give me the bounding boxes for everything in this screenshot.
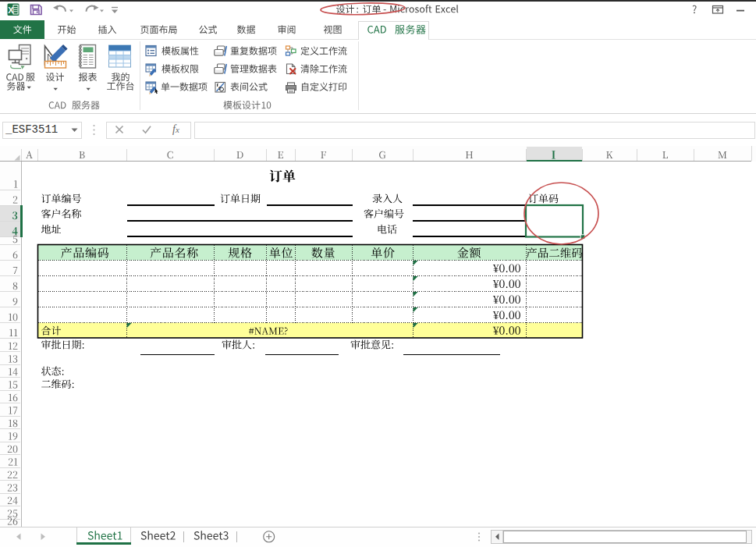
svg-text:X: X xyxy=(8,5,14,15)
svg-text:5: 5 xyxy=(218,86,222,91)
